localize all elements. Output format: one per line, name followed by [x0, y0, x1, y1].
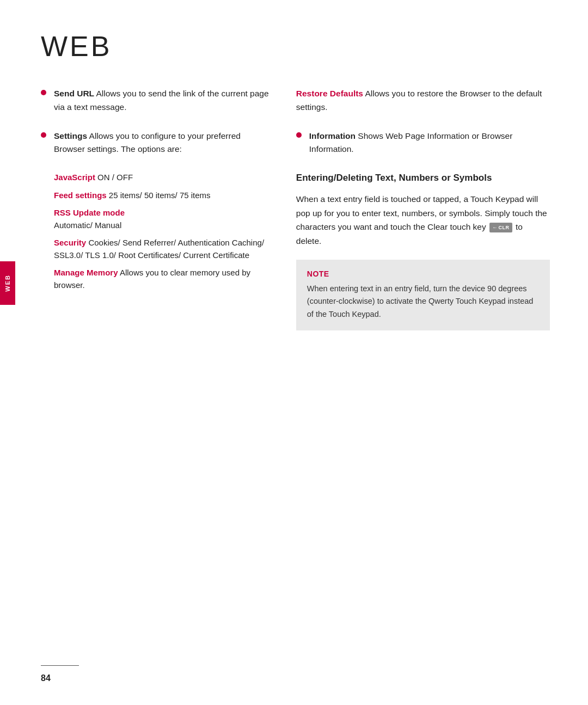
note-label: NOTE — [307, 269, 539, 278]
feed-settings-item: Feed settings 25 items/ 50 items/ 75 ite… — [54, 189, 269, 202]
security-label: Security — [54, 238, 86, 247]
right-column: Restore Defaults Allows you to restore t… — [285, 87, 550, 330]
settings-item: Settings Allows you to configure to your… — [41, 130, 269, 157]
note-text: When entering text in an entry field, tu… — [307, 283, 539, 321]
footer-divider — [41, 665, 79, 666]
information-item: Information Shows Web Page Information o… — [296, 130, 550, 157]
note-box: NOTE When entering text in an entry fiel… — [296, 260, 550, 330]
javascript-text: ON / OFF — [97, 173, 133, 182]
rss-text: Automatic/ Manual — [54, 220, 121, 230]
rss-update-item: RSS Update mode Automatic/ Manual — [54, 207, 269, 231]
page-container: WEB WEB Send URL Allows you to send the … — [0, 0, 588, 705]
bullet-dot-2 — [41, 132, 46, 138]
settings-text: Settings Allows you to configure to your… — [54, 130, 269, 157]
page-title: WEB — [41, 30, 550, 63]
send-url-text: Send URL Allows you to send the link of … — [54, 87, 269, 114]
page-number: 84 — [41, 673, 550, 683]
clr-key: ←CLR — [489, 223, 512, 233]
manage-memory-label: Manage Memory — [54, 268, 118, 277]
settings-label: Settings — [54, 131, 87, 140]
manage-memory-item: Manage Memory Allows you to clear memory… — [54, 267, 269, 291]
security-item: Security Cookies/ Send Referrer/ Authent… — [54, 237, 269, 261]
bullet-dot — [41, 90, 46, 95]
information-label: Information — [309, 131, 356, 140]
send-url-item: Send URL Allows you to send the link of … — [41, 87, 269, 114]
send-url-label: Send URL — [54, 89, 94, 98]
feed-settings-label: Feed settings — [54, 191, 107, 200]
two-column-layout: Send URL Allows you to send the link of … — [41, 87, 550, 330]
side-tab-label: WEB — [4, 274, 11, 292]
bullet-dot-3 — [296, 132, 302, 138]
clr-arrow-icon: ← — [492, 224, 498, 230]
left-column: Send URL Allows you to send the link of … — [41, 87, 285, 330]
main-content: WEB Send URL Allows you to send the link… — [0, 0, 588, 705]
section-body: When a text entry field is touched or ta… — [296, 192, 550, 248]
rss-label: RSS Update mode — [54, 208, 125, 217]
restore-defaults-label: Restore Defaults — [296, 89, 363, 98]
javascript-item: JavaScript ON / OFF — [54, 171, 269, 184]
feed-settings-text: 25 items/ 50 items/ 75 items — [109, 191, 211, 200]
footer: 84 — [41, 665, 550, 683]
section-heading: Entering/Deleting Text, Numbers or Symbo… — [296, 171, 550, 185]
javascript-label: JavaScript — [54, 173, 95, 182]
information-text: Information Shows Web Page Information o… — [309, 130, 550, 157]
sub-items-list: JavaScript ON / OFF Feed settings 25 ite… — [41, 171, 269, 291]
restore-defaults-item: Restore Defaults Allows you to restore t… — [296, 87, 550, 114]
side-tab: WEB — [0, 261, 15, 305]
